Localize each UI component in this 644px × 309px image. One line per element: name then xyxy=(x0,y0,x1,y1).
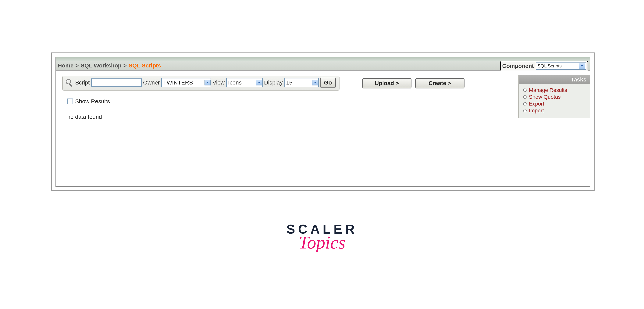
breadcrumb-sep: > xyxy=(75,62,79,69)
task-link-manage-results[interactable]: Manage Results xyxy=(523,87,587,94)
display-label: Display xyxy=(264,79,283,86)
chevron-down-icon xyxy=(579,63,585,69)
tasks-header: Tasks xyxy=(519,75,590,84)
filter-box: Script Owner TWINTERS View Icons Display… xyxy=(62,76,340,91)
owner-label: Owner xyxy=(143,79,160,86)
upload-button[interactable]: Upload > xyxy=(362,78,412,88)
svg-point-0 xyxy=(66,79,71,84)
bullet-icon xyxy=(523,95,526,99)
show-results-row: Show Results xyxy=(67,98,588,105)
breadcrumb-current: SQL Scripts xyxy=(128,62,161,69)
view-select-value: Icons xyxy=(228,79,256,86)
tasks-list: Manage Results Show Quotas Export Import xyxy=(519,84,590,118)
show-results-label: Show Results xyxy=(75,98,110,105)
brand-line2: Topics xyxy=(286,234,358,251)
top-stripe xyxy=(56,57,590,61)
content-area: Script Owner TWINTERS View Icons Display… xyxy=(56,71,590,122)
component-label: Component xyxy=(502,63,534,69)
component-tab: Component SQL Scripts xyxy=(500,61,588,71)
breadcrumb-workshop[interactable]: SQL Workshop xyxy=(81,62,122,69)
owner-select[interactable]: TWINTERS xyxy=(161,78,211,87)
brand-logo: SCALER Topics xyxy=(286,223,358,251)
breadcrumb-bar: Home > SQL Workshop > SQL Scripts Compon… xyxy=(56,61,590,71)
display-select-value: 15 xyxy=(286,79,312,86)
go-button[interactable]: Go xyxy=(320,78,336,88)
chevron-down-icon xyxy=(312,80,318,85)
task-link-export[interactable]: Export xyxy=(523,100,587,107)
task-link-show-quotas[interactable]: Show Quotas xyxy=(523,94,587,100)
app-panel: Home > SQL Workshop > SQL Scripts Compon… xyxy=(56,57,590,187)
bullet-icon xyxy=(523,109,526,112)
breadcrumb: Home > SQL Workshop > SQL Scripts xyxy=(58,62,161,69)
view-select[interactable]: Icons xyxy=(226,78,263,87)
create-button[interactable]: Create > xyxy=(415,78,464,88)
bullet-icon xyxy=(523,102,526,106)
display-select[interactable]: 15 xyxy=(284,78,319,87)
script-label: Script xyxy=(75,79,90,86)
filter-row: Script Owner TWINTERS View Icons Display… xyxy=(62,76,588,91)
task-link-import[interactable]: Import xyxy=(523,107,587,114)
window-frame: Home > SQL Workshop > SQL Scripts Compon… xyxy=(51,53,594,191)
owner-select-value: TWINTERS xyxy=(163,79,204,86)
search-icon xyxy=(65,78,74,87)
bullet-icon xyxy=(523,89,526,92)
component-select[interactable]: SQL Scripts xyxy=(536,62,586,70)
view-label: View xyxy=(212,79,224,86)
show-results-checkbox[interactable] xyxy=(67,99,73,104)
tasks-panel: Tasks Manage Results Show Quotas Export … xyxy=(518,75,590,118)
breadcrumb-home[interactable]: Home xyxy=(58,62,74,69)
component-select-value: SQL Scripts xyxy=(538,63,562,69)
no-data-message: no data found xyxy=(67,114,588,120)
chevron-down-icon xyxy=(256,80,262,85)
svg-rect-2 xyxy=(69,84,72,87)
script-input[interactable] xyxy=(91,78,142,87)
breadcrumb-sep: > xyxy=(123,62,127,69)
chevron-down-icon xyxy=(204,80,210,85)
